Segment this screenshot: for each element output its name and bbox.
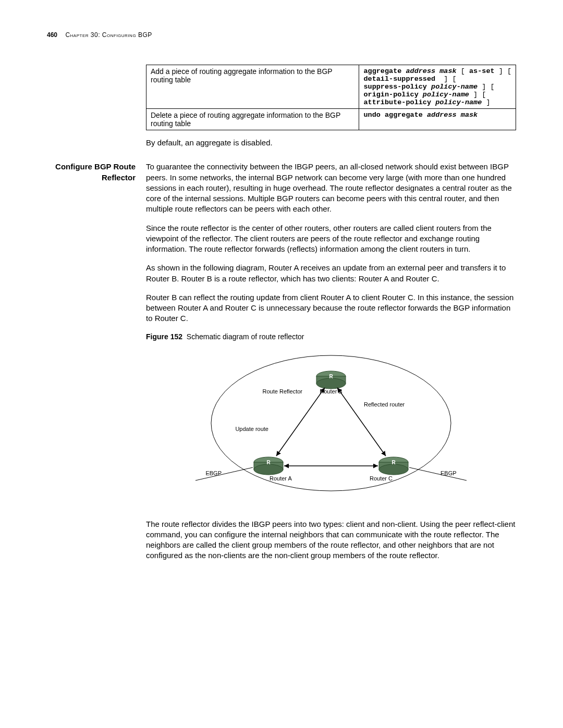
route-reflector-diagram: R Route Reflector Router B R Router A bbox=[146, 345, 516, 507]
figure-caption-text: Schematic diagram of route reflector bbox=[187, 332, 304, 341]
cmd-code: undo aggregate address mask bbox=[359, 109, 516, 130]
figure-label: Figure 152 bbox=[146, 332, 182, 341]
label-reflected-router: Reflected router bbox=[364, 401, 405, 408]
page-header: 460 Chapter 30: Configuring BGP bbox=[47, 31, 516, 39]
paragraph: Since the route reflector is the center … bbox=[146, 223, 516, 255]
paragraph: The route reflector divides the IBGP pee… bbox=[146, 519, 516, 561]
table-row: Add a piece of routing aggregate informa… bbox=[146, 65, 516, 109]
section-heading: Configure BGP Route Reflector bbox=[47, 162, 146, 183]
chapter-title: Chapter 30: Configuring BGP bbox=[65, 31, 152, 39]
label-route-reflector: Route Reflector bbox=[263, 388, 303, 394]
page-number: 460 bbox=[47, 31, 57, 39]
label-ebgp-right: EBGP bbox=[440, 470, 457, 476]
label-router-c: Router C bbox=[370, 475, 393, 482]
paragraph: Router B can reflect the routing update … bbox=[146, 292, 516, 324]
link-b-a bbox=[276, 388, 325, 456]
link-b-c bbox=[337, 388, 386, 456]
svg-point-2 bbox=[316, 378, 346, 389]
label-router-b: Router B bbox=[320, 388, 342, 394]
svg-text:R: R bbox=[391, 460, 396, 465]
svg-point-6 bbox=[254, 464, 283, 475]
cmd-desc: Delete a piece of routing aggregate info… bbox=[146, 109, 359, 130]
svg-text:R: R bbox=[266, 460, 271, 465]
router-b-icon: R bbox=[316, 371, 346, 389]
router-a-icon: R bbox=[254, 457, 283, 475]
router-c-icon: R bbox=[379, 457, 408, 475]
svg-point-10 bbox=[379, 464, 408, 475]
table-row: Delete a piece of routing aggregate info… bbox=[146, 109, 516, 130]
figure-caption: Figure 152 Schematic diagram of route re… bbox=[146, 332, 516, 341]
paragraph: To guarantee the connectivity between th… bbox=[146, 162, 516, 214]
label-router-a: Router A bbox=[270, 475, 292, 482]
command-table: Add a piece of routing aggregate informa… bbox=[146, 65, 516, 130]
ebgp-right-line bbox=[409, 467, 467, 480]
cmd-code: aggregate address mask [ as-set ] [ deta… bbox=[359, 65, 516, 109]
ebgp-left-line bbox=[195, 467, 253, 480]
cmd-desc: Add a piece of routing aggregate informa… bbox=[146, 65, 359, 109]
paragraph: As shown in the following diagram, Route… bbox=[146, 263, 516, 284]
paragraph-default: By default, an aggregate is disabled. bbox=[146, 138, 516, 148]
label-update-route: Update route bbox=[235, 426, 268, 432]
svg-text:R: R bbox=[329, 374, 333, 379]
label-ebgp-left: EBGP bbox=[205, 470, 222, 476]
